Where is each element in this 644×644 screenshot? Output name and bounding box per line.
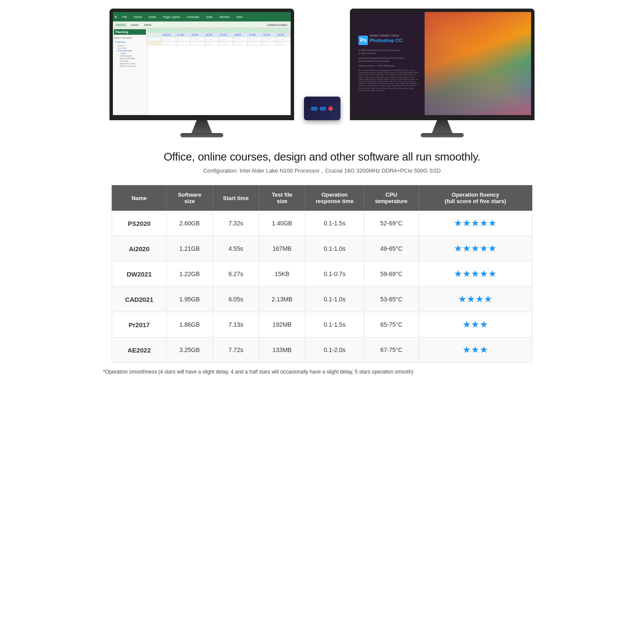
- ps-icon: Ps: [358, 36, 368, 45]
- excel-grid: Accounts FY2018-19 Jan 2019 Feb 2019 Mar…: [147, 28, 291, 46]
- excel-tab-file: File: [120, 15, 128, 19]
- cell-r2c10: 17,200: [276, 37, 291, 41]
- cell-r3c3: 28,916: [176, 41, 190, 46]
- cell-r1c1: 4000 Expenses: [147, 33, 161, 37]
- cell-r2c4: 17,800: [190, 37, 204, 41]
- cell-software-size: 2.60GB: [167, 211, 213, 236]
- excel-tab-review: Review: [218, 15, 231, 19]
- star-full: ★: [454, 218, 462, 228]
- excel-ribbon: Refresh Update Delete Adaptive Insights: [113, 21, 291, 28]
- delete-btn: Delete: [142, 23, 153, 27]
- cell-stars: ★★★: [419, 337, 532, 363]
- star-full: ★: [462, 319, 471, 330]
- star-full: ★: [480, 218, 488, 228]
- cell-r1c6: 25,100: [219, 33, 233, 37]
- table-body: PS2020 2.60GB 7.32s 1.40GB 0.1-1.5s 52-6…: [112, 211, 532, 363]
- cell-software-size: 1.86GB: [167, 312, 213, 337]
- sub-headline: Configuration: Intel Alder Lake N100 Pro…: [103, 167, 541, 175]
- comparison-table: Name Softwaresize Start time Test filesi…: [112, 185, 532, 363]
- footnote: *Operation smoothness (4 stars will have…: [94, 363, 550, 383]
- cell-test-file: 2.13MB: [259, 287, 305, 312]
- excel-tab-insert: Insert: [147, 15, 158, 19]
- sidebar-model: Model | Information: [114, 36, 146, 39]
- usb-port-1: [311, 107, 317, 110]
- excel-tab-page: Page Layout: [161, 15, 182, 19]
- star-full: ★: [462, 268, 471, 279]
- usb-port-2: [320, 107, 326, 110]
- cell-h9: Jul 2019: [262, 28, 276, 33]
- star-full: ★: [462, 344, 471, 355]
- mini-pc-body: [304, 97, 340, 120]
- star-full: ★: [471, 319, 480, 330]
- right-monitor-screen: Ps Adobe Creative Cloud Photoshop CC © 1…: [350, 9, 535, 120]
- excel-tab-formulas: Formulas: [185, 15, 201, 19]
- cell-test-file: 1.40GB: [259, 211, 305, 236]
- star-full: ★: [471, 218, 480, 228]
- right-monitor-base: [421, 133, 464, 137]
- cell-r1c3: 26,120: [176, 33, 190, 37]
- cell-r2c5: 19,400: [205, 37, 219, 41]
- hero-section: X File Home Insert Page Layout Formulas …: [94, 0, 550, 142]
- cell-test-file: 192MB: [259, 312, 305, 337]
- excel-toolbar: X File Home Insert Page Layout Formulas …: [113, 12, 291, 21]
- excel-logo: X: [115, 15, 117, 19]
- table-row: Pr2017 1.86GB 7.13s 192MB 0.1-1.5s 65-75…: [112, 312, 532, 337]
- cell-test-file: 133MB: [259, 337, 305, 363]
- cell-r3c5: 28,916: [205, 41, 219, 46]
- cell-op-response: 0.1-2.0s: [305, 337, 364, 363]
- cell-r2c3: 18,200: [176, 37, 190, 41]
- star-full: ★: [480, 268, 488, 279]
- excel-tab-home: Home: [132, 15, 144, 19]
- cell-name: CAD2021: [112, 287, 167, 312]
- photoshop-mockup: Ps Adobe Creative Cloud Photoshop CC © 1…: [353, 12, 531, 115]
- cell-start-time: 6.05s: [213, 287, 259, 312]
- cell-name: Ai2020: [112, 236, 167, 261]
- cell-start-time: 7.32s: [213, 211, 259, 236]
- ps-left-panel: Ps Adobe Creative Cloud Photoshop CC © 1…: [353, 12, 425, 115]
- star-full: ★: [454, 243, 462, 254]
- star-half: ★: [488, 243, 497, 254]
- excel-tab-data: Data: [204, 15, 214, 19]
- cell-stars: ★★★★★: [419, 211, 532, 236]
- table-row: DW2021 1.22GB 6.27s 15KB 0.1-0.7s 59-69°…: [112, 261, 532, 287]
- cell-software-size: 3.25GB: [167, 337, 213, 363]
- table-row: PS2020 2.60GB 7.32s 1.40GB 0.1-1.5s 52-6…: [112, 211, 532, 236]
- cell-h3: Jan 2019: [176, 28, 190, 33]
- cell-r3c9: 28,916: [262, 41, 276, 46]
- star-full: ★: [471, 344, 480, 355]
- cell-cpu-temp: 65-75°C: [364, 312, 419, 337]
- cell-r3c6: 28,916: [219, 41, 233, 46]
- cell-op-response: 0.1-0.7s: [305, 261, 364, 287]
- refresh-btn: Refresh: [115, 23, 127, 27]
- cell-r2c1: 4100 Operating: [147, 37, 161, 41]
- cell-r2c6: 17,600: [219, 37, 233, 41]
- cell-test-file: 15KB: [259, 261, 305, 287]
- cell-start-time: 4.55s: [213, 236, 259, 261]
- monitor-container: X File Home Insert Page Layout Formulas …: [109, 9, 535, 137]
- cell-op-response: 0.1-1.5s: [305, 312, 364, 337]
- cell-software-size: 1.95GB: [167, 287, 213, 312]
- table-row: Ai2020 1.21GB 4.55s 167MB 0.1-1.0s 49-65…: [112, 236, 532, 261]
- star-full: ★: [471, 268, 480, 279]
- cell-cpu-temp: 53-65°C: [364, 287, 419, 312]
- cell-h6: Apr 2019: [219, 28, 233, 33]
- cell-op-response: 0.1-1.5s: [305, 211, 364, 236]
- power-button: [328, 106, 333, 111]
- star-full: ★: [458, 294, 467, 304]
- star-full: ★: [480, 319, 488, 330]
- cell-stars: ★★★★: [419, 287, 532, 312]
- th-start-time: Start time: [213, 185, 259, 211]
- cell-start-time: 6.27s: [213, 261, 259, 287]
- ps-image-overlay: [425, 12, 531, 115]
- cell-r1c7: 26,800: [233, 33, 247, 37]
- cell-stars: ★★★★★: [419, 236, 532, 261]
- th-name: Name: [112, 185, 167, 211]
- star-full: ★: [480, 243, 488, 254]
- cell-cpu-temp: 49-65°C: [364, 236, 419, 261]
- ps-adding: Adding extension... Halide Bottlenecks: [358, 64, 419, 67]
- star-half: ★: [488, 218, 497, 228]
- cell-h7: May 2019: [233, 28, 247, 33]
- adobe-text: Adobe Creative Cloud Photoshop CC: [370, 34, 402, 46]
- sidebar-versions: ▼ Versions: [114, 40, 146, 44]
- left-monitor: X File Home Insert Page Layout Formulas …: [109, 9, 294, 137]
